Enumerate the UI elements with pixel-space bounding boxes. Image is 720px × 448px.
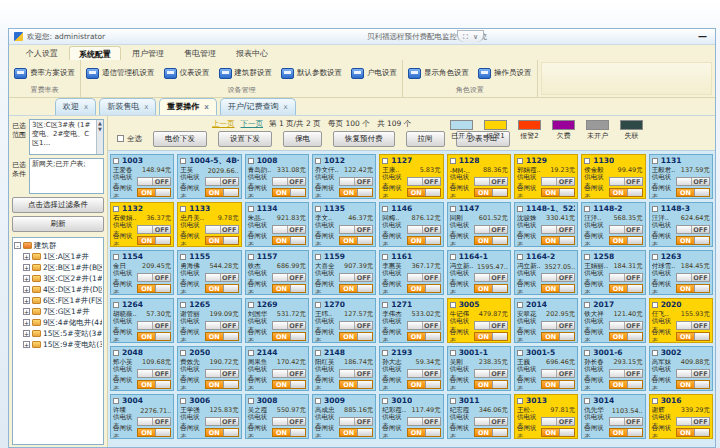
- room-checkbox[interactable]: [450, 398, 456, 404]
- supply-toggle-off[interactable]: OFF: [339, 321, 373, 330]
- switch-toggle-on[interactable]: ON: [676, 236, 710, 245]
- room-checkbox[interactable]: [517, 302, 523, 308]
- room-checkbox[interactable]: [517, 398, 523, 404]
- supply-toggle-off[interactable]: OFF: [272, 225, 306, 234]
- room-checkbox[interactable]: [517, 254, 523, 260]
- tab-close-icon[interactable]: x: [284, 104, 288, 110]
- ribbon-button[interactable]: 默认参数设置: [281, 68, 342, 79]
- supply-toggle-off[interactable]: OFF: [339, 417, 373, 426]
- tab-close-icon[interactable]: x: [204, 104, 209, 110]
- supply-toggle-off[interactable]: OFF: [407, 417, 441, 426]
- supply-toggle-off[interactable]: OFF: [339, 177, 373, 186]
- switch-toggle-on[interactable]: ON: [339, 188, 373, 197]
- menu-item-3[interactable]: 用户管理: [123, 46, 173, 60]
- switch-toggle-on[interactable]: ON: [205, 380, 239, 389]
- tab-4[interactable]: 开户/记费查询x: [220, 98, 296, 115]
- ribbon-button[interactable]: 户电设置: [351, 68, 397, 79]
- expand-icon[interactable]: +: [23, 253, 30, 260]
- switch-toggle-on[interactable]: ON: [407, 380, 441, 389]
- room-checkbox[interactable]: [382, 206, 388, 212]
- switch-toggle-on[interactable]: ON: [137, 236, 171, 245]
- room-checkbox[interactable]: [382, 398, 388, 404]
- toolbar-button-2[interactable]: 设置下发: [218, 131, 272, 147]
- tree-root[interactable]: - 建筑群: [14, 240, 102, 251]
- supply-toggle-off[interactable]: OFF: [137, 273, 171, 282]
- supply-toggle-off[interactable]: OFF: [541, 417, 575, 426]
- ribbon-button[interactable]: 通信管理机设置: [86, 68, 155, 79]
- room-checkbox[interactable]: [652, 254, 658, 260]
- expand-icon[interactable]: +: [23, 308, 30, 315]
- switch-toggle-on[interactable]: ON: [541, 380, 575, 389]
- room-checkbox[interactable]: [248, 398, 254, 404]
- switch-toggle-on[interactable]: ON: [205, 332, 239, 341]
- room-checkbox[interactable]: [450, 350, 456, 356]
- switch-toggle-on[interactable]: ON: [474, 188, 508, 197]
- switch-toggle-on[interactable]: ON: [205, 284, 239, 293]
- room-checkbox[interactable]: [517, 158, 523, 164]
- room-checkbox[interactable]: [248, 254, 254, 260]
- supply-toggle-off[interactable]: OFF: [272, 321, 306, 330]
- minimize-button[interactable]: —: [698, 31, 707, 41]
- switch-toggle-on[interactable]: ON: [407, 284, 441, 293]
- expand-icon[interactable]: +: [23, 330, 30, 337]
- supply-toggle-off[interactable]: OFF: [272, 177, 306, 186]
- supply-toggle-off[interactable]: OFF: [609, 177, 643, 186]
- switch-toggle-on[interactable]: ON: [609, 428, 643, 437]
- room-checkbox[interactable]: [180, 254, 186, 260]
- supply-toggle-off[interactable]: OFF: [541, 225, 575, 234]
- room-checkbox[interactable]: [248, 302, 254, 308]
- room-checkbox[interactable]: [180, 350, 186, 356]
- tree-node-2[interactable]: +2区:B区1#井(B区1...: [14, 262, 102, 273]
- switch-toggle-on[interactable]: ON: [541, 284, 575, 293]
- expand-icon[interactable]: +: [23, 286, 30, 293]
- switch-toggle-on[interactable]: ON: [474, 284, 508, 293]
- room-checkbox[interactable]: [652, 158, 658, 164]
- supply-toggle-off[interactable]: OFF: [474, 273, 508, 282]
- supply-toggle-off[interactable]: OFF: [407, 369, 441, 378]
- toolbar-button-3[interactable]: 保电: [283, 131, 322, 147]
- supply-toggle-off[interactable]: OFF: [205, 369, 239, 378]
- supply-toggle-off[interactable]: OFF: [339, 369, 373, 378]
- supply-toggle-off[interactable]: OFF: [609, 225, 643, 234]
- switch-toggle-on[interactable]: ON: [339, 332, 373, 341]
- room-checkbox[interactable]: [652, 302, 658, 308]
- switch-toggle-on[interactable]: ON: [272, 284, 306, 293]
- supply-toggle-off[interactable]: OFF: [137, 177, 171, 186]
- room-checkbox[interactable]: [113, 254, 119, 260]
- switch-toggle-on[interactable]: ON: [407, 236, 441, 245]
- switch-toggle-on[interactable]: ON: [339, 236, 373, 245]
- menu-item-1[interactable]: 个人设置: [17, 46, 67, 60]
- supply-toggle-off[interactable]: OFF: [474, 177, 508, 186]
- toolbar-button-1[interactable]: 电价下发: [153, 131, 207, 147]
- room-checkbox[interactable]: [180, 158, 186, 164]
- menu-item-4[interactable]: 售电管理: [175, 46, 225, 60]
- switch-toggle-on[interactable]: ON: [609, 188, 643, 197]
- room-checkbox[interactable]: [180, 398, 186, 404]
- ribbon-button[interactable]: 仪表设置: [164, 68, 210, 79]
- switch-toggle-on[interactable]: ON: [609, 332, 643, 341]
- tree-node-7[interactable]: +9区:4#储电井(4#...: [14, 317, 102, 328]
- switch-toggle-on[interactable]: ON: [676, 428, 710, 437]
- supply-toggle-off[interactable]: OFF: [272, 369, 306, 378]
- switch-toggle-on[interactable]: ON: [676, 284, 710, 293]
- filter-select-button[interactable]: 点击选择过滤条件: [12, 197, 104, 213]
- switch-toggle-on[interactable]: ON: [272, 380, 306, 389]
- tree-node-5[interactable]: +6区:F区1#井(F区...: [14, 295, 102, 306]
- supply-toggle-off[interactable]: OFF: [676, 321, 710, 330]
- room-checkbox[interactable]: [315, 398, 321, 404]
- select-all-checkbox[interactable]: [117, 135, 124, 142]
- supply-toggle-off[interactable]: OFF: [541, 321, 575, 330]
- toolbar-button-5[interactable]: 拉闸: [406, 131, 445, 147]
- switch-toggle-on[interactable]: ON: [609, 236, 643, 245]
- room-checkbox[interactable]: [113, 302, 119, 308]
- room-checkbox[interactable]: [450, 158, 456, 164]
- supply-toggle-off[interactable]: OFF: [474, 321, 508, 330]
- supply-toggle-off[interactable]: OFF: [676, 417, 710, 426]
- room-checkbox[interactable]: [315, 206, 321, 212]
- supply-toggle-off[interactable]: OFF: [339, 273, 373, 282]
- switch-toggle-on[interactable]: ON: [676, 380, 710, 389]
- room-checkbox[interactable]: [450, 254, 456, 260]
- menu-item-5[interactable]: 报表中心: [227, 46, 277, 60]
- room-checkbox[interactable]: [652, 398, 658, 404]
- room-checkbox[interactable]: [315, 302, 321, 308]
